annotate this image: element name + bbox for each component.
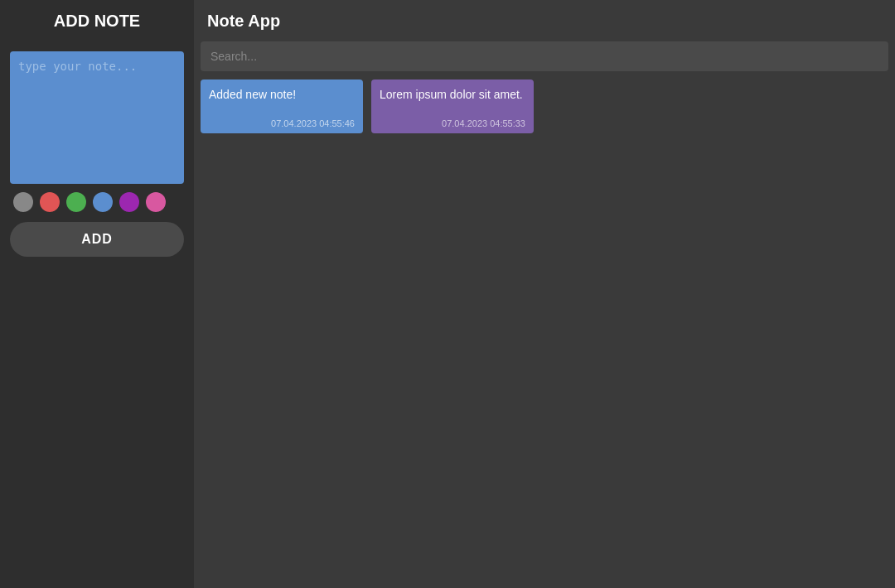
- main-panel: Note App Added new note!07.04.2023 04:55…: [194, 0, 895, 588]
- add-note-button[interactable]: ADD: [10, 222, 184, 257]
- color-dot-purple[interactable]: [119, 192, 139, 212]
- color-dot-pink[interactable]: [146, 192, 166, 212]
- sidebar-title: ADD NOTE: [0, 0, 194, 41]
- color-dot-gray[interactable]: [13, 192, 33, 212]
- app-title: Note App: [207, 12, 280, 31]
- color-dot-green[interactable]: [66, 192, 86, 212]
- search-input[interactable]: [201, 41, 888, 71]
- color-dot-blue[interactable]: [93, 192, 113, 212]
- note-card-text: Added new note!: [209, 88, 355, 112]
- main-header: Note App: [194, 0, 895, 41]
- note-card-text: Lorem ipsum dolor sit amet.: [380, 88, 525, 112]
- note-card-date: 07.04.2023 04:55:46: [209, 118, 355, 128]
- note-card[interactable]: Lorem ipsum dolor sit amet.07.04.2023 04…: [371, 80, 534, 133]
- color-dot-red[interactable]: [40, 192, 60, 212]
- notes-grid: Added new note!07.04.2023 04:55:46Lorem …: [194, 80, 895, 133]
- note-card[interactable]: Added new note!07.04.2023 04:55:46: [201, 80, 363, 133]
- color-picker-row: [10, 192, 184, 212]
- sidebar: ADD NOTE ADD: [0, 0, 194, 588]
- note-card-date: 07.04.2023 04:55:33: [380, 118, 525, 128]
- note-input[interactable]: [10, 51, 184, 184]
